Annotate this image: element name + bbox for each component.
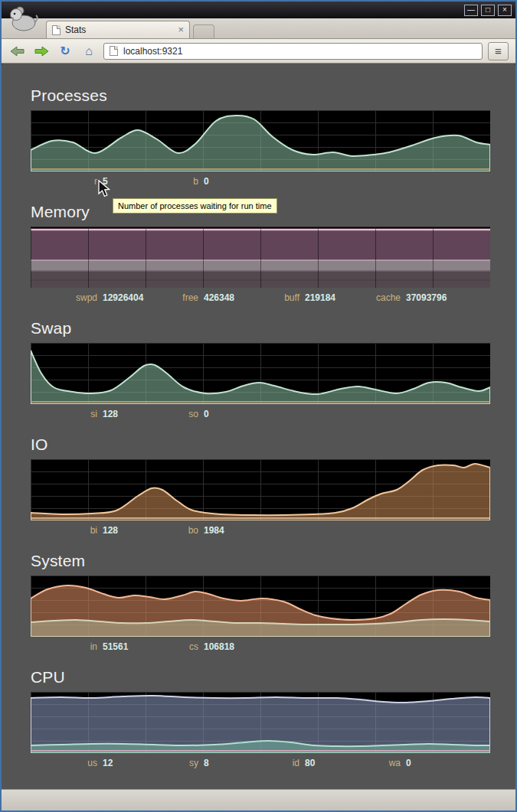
stat-value: 219184	[305, 292, 335, 305]
stat-value: 1984	[204, 525, 224, 537]
tooltip: Number of processes waiting for run time	[113, 198, 277, 214]
section-title: CPU	[31, 668, 515, 686]
stat-wa[interactable]: wa0	[361, 758, 462, 770]
close-button[interactable]: ×	[498, 5, 512, 16]
browser-logo-icon[interactable]	[7, 5, 39, 34]
stat-label: bi	[57, 525, 97, 537]
tab-bar: Stats ×	[2, 18, 515, 39]
section-memory: Memory swpd12926404 free426348 buff21918…	[31, 203, 515, 305]
section-title: Swap	[31, 319, 515, 338]
processes-chart	[31, 110, 490, 171]
stat-swpd[interactable]: swpd12926404	[57, 292, 159, 305]
stat-us[interactable]: us12	[57, 758, 159, 770]
system-chart	[31, 576, 490, 637]
stat-label: free	[159, 292, 198, 305]
stat-si[interactable]: si128	[57, 409, 159, 421]
stat-label: id	[260, 758, 299, 770]
stat-b[interactable]: b0	[159, 176, 260, 188]
url-page-icon	[110, 46, 118, 56]
stats-row: us12 sy8 id80 wa0	[31, 758, 515, 770]
stat-label: b	[159, 176, 198, 188]
stat-value: 51561	[103, 641, 128, 654]
stat-value: 128	[103, 525, 118, 537]
io-chart	[31, 459, 490, 520]
back-button[interactable]	[8, 43, 27, 60]
reload-button[interactable]: ↻	[56, 43, 74, 60]
stat-sy[interactable]: sy8	[159, 758, 260, 770]
cpu-chart	[31, 692, 490, 753]
forward-button[interactable]	[32, 43, 51, 60]
stat-cs[interactable]: cs106818	[159, 641, 260, 654]
stats-row: bi128 bo1984	[31, 525, 515, 537]
stat-value: 426348	[204, 292, 234, 305]
memory-chart	[31, 227, 490, 288]
page-icon	[52, 25, 61, 35]
swap-chart	[31, 343, 490, 404]
stat-so[interactable]: so0	[159, 409, 260, 421]
stat-free[interactable]: free426348	[159, 292, 260, 305]
stat-label: bo	[159, 525, 198, 537]
window-titlebar[interactable]: — □ ×	[2, 2, 515, 18]
new-tab-button[interactable]	[193, 24, 214, 38]
navigation-toolbar: ↻ ⌂ localhost:9321 ≡	[2, 39, 515, 64]
stat-label: so	[159, 409, 198, 421]
stat-bi[interactable]: bi128	[57, 525, 159, 537]
section-title: Processes	[31, 86, 515, 105]
stat-label: sy	[159, 758, 198, 770]
stat-label: in	[57, 641, 97, 654]
stat-value: 12	[103, 758, 113, 770]
section-swap: Swap si128 so0	[31, 319, 515, 421]
stat-label: wa	[361, 758, 401, 770]
stat-label: r	[57, 176, 97, 188]
stat-value: 12926404	[103, 292, 143, 305]
maximize-button[interactable]: □	[481, 5, 495, 16]
stat-value: 106818	[204, 641, 234, 654]
stat-value: 80	[305, 758, 315, 770]
stat-value: 0	[406, 758, 411, 770]
menu-button[interactable]: ≡	[488, 42, 509, 60]
stat-label: buff	[260, 292, 299, 305]
home-button[interactable]: ⌂	[80, 43, 98, 60]
stat-label: cs	[159, 641, 198, 654]
stats-row: si128 so0	[31, 409, 515, 421]
stat-bo[interactable]: bo1984	[159, 525, 260, 537]
url-bar[interactable]: localhost:9321	[103, 43, 483, 60]
section-title: IO	[31, 435, 515, 454]
window-status-bar	[2, 789, 515, 810]
forward-arrow-icon	[33, 45, 50, 57]
stat-cache[interactable]: cache37093796	[361, 292, 462, 305]
stats-row: swpd12926404 free426348 buff219184 cache…	[31, 292, 515, 305]
stat-value: 37093796	[406, 292, 447, 305]
minimize-button[interactable]: —	[464, 5, 478, 16]
stat-label: cache	[361, 292, 401, 305]
stat-value: 0	[204, 409, 209, 421]
section-cpu: CPU us12 sy8 id80 wa0	[31, 668, 515, 770]
tab-close-icon[interactable]: ×	[178, 25, 184, 34]
stat-label: swpd	[57, 292, 97, 305]
browser-window: — □ × Stats × ↻ ⌂	[0, 0, 517, 812]
stat-label: us	[57, 758, 97, 770]
cursor-pointer-icon	[98, 180, 112, 198]
section-io: IO bi128 bo1984	[31, 435, 515, 537]
tab-stats[interactable]: Stats ×	[46, 21, 190, 38]
tab-title: Stats	[65, 24, 173, 35]
back-arrow-icon	[9, 45, 26, 57]
stat-id[interactable]: id80	[260, 758, 361, 770]
stat-value: 0	[204, 176, 209, 188]
stat-label: si	[57, 409, 97, 421]
section-title: System	[31, 552, 515, 570]
stat-value: 128	[103, 409, 118, 421]
page-content: Processes r5 b0 Memory	[2, 65, 515, 789]
stat-value: 8	[204, 758, 209, 770]
stat-buff[interactable]: buff219184	[260, 292, 361, 305]
url-text[interactable]: localhost:9321	[123, 46, 182, 57]
section-system: System in51561 cs106818	[31, 552, 515, 654]
section-processes: Processes r5 b0	[31, 86, 515, 188]
stats-row: in51561 cs106818	[31, 641, 515, 654]
stat-in[interactable]: in51561	[57, 641, 159, 654]
